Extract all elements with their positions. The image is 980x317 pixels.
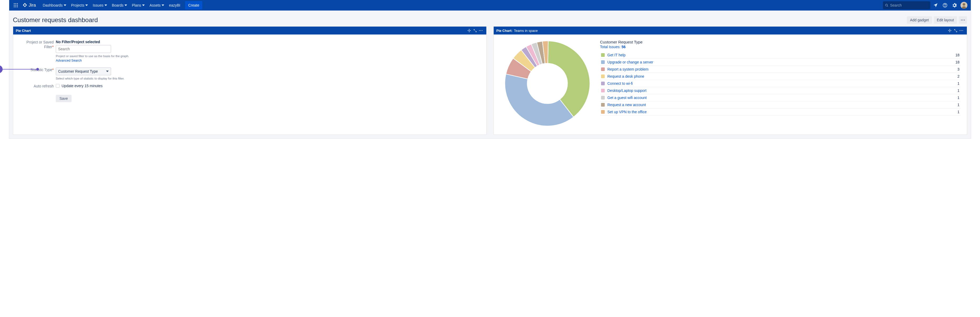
svg-line-10: [887, 6, 888, 6]
expand-icon[interactable]: [953, 28, 958, 33]
legend-count: 18: [953, 53, 959, 57]
filter-value-title: No Filter/Project selected: [56, 40, 166, 44]
legend-label[interactable]: Get a guest wifi account: [608, 96, 955, 100]
refresh-label: Auto refresh: [21, 84, 56, 88]
legend-label[interactable]: Upgrade or change a server: [608, 60, 953, 64]
nav-item-eazybi[interactable]: eazyBI: [167, 1, 182, 10]
more-button[interactable]: [959, 16, 967, 24]
legend-swatch: [601, 103, 605, 107]
legend-label[interactable]: Report a system problem: [608, 67, 955, 71]
legend-count: 18: [953, 60, 959, 64]
stat-type-select[interactable]: Customer Request Type: [56, 67, 111, 75]
donut-chart: [500, 39, 595, 128]
filter-search-input[interactable]: [56, 45, 111, 53]
advanced-search-link[interactable]: Advanced Search: [56, 59, 82, 62]
svg-rect-0: [14, 3, 15, 4]
gadget-more-icon[interactable]: [478, 28, 484, 33]
expand-icon[interactable]: [472, 28, 478, 33]
svg-point-22: [961, 30, 962, 31]
legend-count: 1: [955, 110, 959, 114]
chevron-down-icon: [106, 70, 109, 72]
nav-item-boards[interactable]: Boards: [110, 1, 129, 10]
auto-refresh-text: Update every 15 minutes: [62, 84, 103, 88]
legend-swatch: [601, 75, 605, 78]
svg-rect-4: [16, 5, 16, 6]
stat-help: Select which type of statistic to displa…: [56, 77, 166, 80]
svg-rect-5: [17, 5, 18, 6]
move-icon[interactable]: [466, 28, 472, 33]
brand-text: Jira: [29, 3, 36, 8]
legend-label[interactable]: Connect to wi-fi: [608, 81, 955, 86]
svg-rect-3: [14, 5, 15, 6]
help-icon[interactable]: [941, 1, 949, 10]
jira-logo[interactable]: Jira: [21, 1, 37, 10]
filter-help: Project or saved filter to use as the ba…: [56, 54, 166, 58]
nav-items: DashboardsProjectsIssuesBoardsPlansAsset…: [41, 1, 182, 10]
gadget-title: Pie Chart: [16, 29, 31, 33]
app-switcher-icon[interactable]: [12, 1, 20, 10]
gadget-more-icon[interactable]: [958, 28, 964, 33]
gadget-pie-chart: Pie Chart: Teams in space Customer Reque…: [493, 26, 967, 135]
svg-point-15: [961, 19, 962, 20]
legend-title: Customer Request Type: [600, 40, 961, 44]
app-frame: Jira DashboardsProjectsIssuesBoardsPlans…: [9, 0, 971, 139]
nav-item-dashboards[interactable]: Dashboards: [41, 1, 68, 10]
top-nav: Jira DashboardsProjectsIssuesBoardsPlans…: [9, 0, 971, 11]
nav-item-assets[interactable]: Assets: [147, 1, 166, 10]
svg-rect-1: [16, 3, 16, 4]
legend-swatch: [601, 81, 605, 85]
legend-label[interactable]: Request a new account: [608, 103, 955, 107]
create-button[interactable]: Create: [185, 1, 202, 10]
settings-icon[interactable]: [950, 1, 959, 10]
legend-count: 1: [955, 81, 959, 86]
legend-count: 1: [955, 96, 959, 100]
page-title: Customer requests dashboard: [13, 16, 98, 24]
gadget-title-prefix: Pie Chart:: [496, 29, 512, 33]
dashboard-header: Customer requests dashboard Add gadget E…: [9, 11, 971, 26]
legend-row: Request a new account1: [600, 101, 961, 108]
legend-list: Get IT help18Upgrade or change a server1…: [600, 52, 961, 116]
legend-row: Report a system problem3: [600, 66, 961, 73]
annotation-dot: [36, 68, 39, 70]
nav-item-plans[interactable]: Plans: [130, 1, 147, 10]
legend-swatch: [601, 96, 605, 100]
move-icon[interactable]: [947, 28, 953, 33]
svg-point-14: [963, 3, 965, 6]
avatar[interactable]: [960, 1, 968, 10]
legend-count: 1: [955, 103, 959, 107]
legend-swatch: [601, 67, 605, 71]
legend-row: Get IT help18: [600, 52, 961, 59]
add-gadget-button[interactable]: Add gadget: [907, 16, 932, 24]
svg-rect-8: [17, 6, 18, 7]
legend-count: 1: [955, 88, 959, 93]
legend-label[interactable]: Desktop/Laptop support: [608, 88, 955, 93]
annotation-line: [3, 69, 37, 70]
annotation-badge: 1: [0, 65, 3, 73]
legend-label[interactable]: Set up VPN to the office: [608, 110, 955, 114]
nav-item-issues[interactable]: Issues: [91, 1, 109, 10]
svg-rect-7: [16, 6, 16, 7]
global-search[interactable]: [883, 1, 930, 9]
nav-item-projects[interactable]: Projects: [69, 1, 90, 10]
legend-label[interactable]: Get IT help: [608, 53, 953, 57]
notifications-icon[interactable]: [931, 1, 940, 10]
gadget-header: Pie Chart: [13, 27, 486, 35]
legend-row: Request a desk phone2: [600, 73, 961, 80]
svg-point-21: [959, 30, 960, 31]
filter-label: Project or Saved Filter*: [21, 40, 56, 63]
svg-point-19: [480, 30, 481, 31]
edit-layout-button[interactable]: Edit layout: [934, 16, 957, 24]
legend-count: 2: [955, 74, 959, 78]
legend-total[interactable]: Total Issues: 56: [600, 45, 961, 49]
legend-row: Set up VPN to the office1: [600, 108, 961, 116]
legend-swatch: [601, 60, 605, 64]
save-button[interactable]: Save: [56, 95, 72, 102]
svg-point-18: [479, 30, 480, 31]
gadget-pie-config: Pie Chart Project or Saved Filter* No Fi…: [13, 26, 487, 135]
gadget-title-sub: Teams in space: [513, 29, 538, 33]
legend-label[interactable]: Request a desk phone: [608, 74, 955, 78]
search-input[interactable]: [890, 3, 928, 7]
auto-refresh-checkbox[interactable]: [56, 84, 59, 88]
legend-row: Connect to wi-fi1: [600, 80, 961, 87]
legend-row: Get a guest wifi account1: [600, 94, 961, 101]
